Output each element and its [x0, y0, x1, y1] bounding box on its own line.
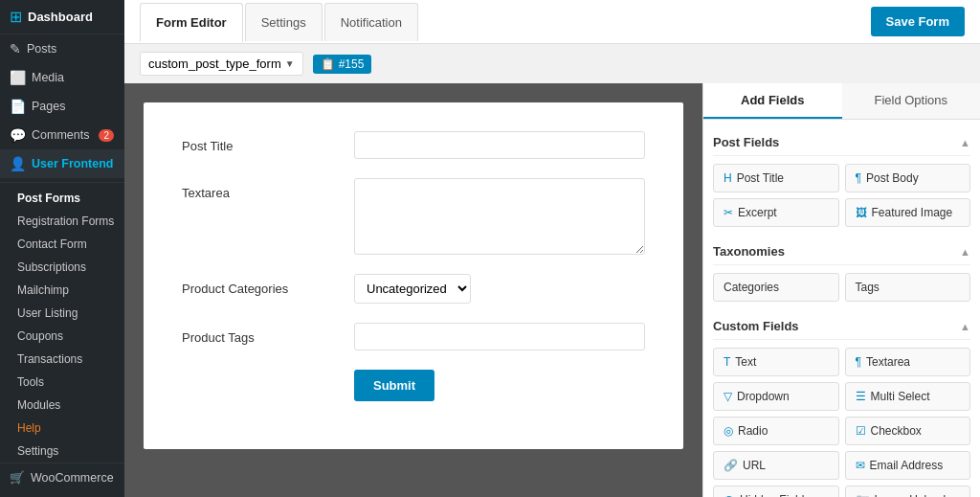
- tags-field-btn[interactable]: Tags: [845, 273, 971, 302]
- tab-form-editor[interactable]: Form Editor: [140, 3, 243, 42]
- sidebar-dashboard[interactable]: ⊞ Dashboard: [0, 0, 124, 34]
- media-icon: ⬜: [10, 70, 26, 85]
- sidebar-item-media[interactable]: ⬜ Media: [0, 63, 124, 92]
- sidebar-item-comments[interactable]: 💬 Comments 2: [0, 121, 124, 149]
- panel-tab-add-fields-label: Add Fields: [741, 93, 804, 107]
- sidebar-item-help[interactable]: Help: [0, 417, 124, 440]
- sidebar-item-pages[interactable]: 📄 Pages: [0, 92, 124, 121]
- post-fields-header: Post Fields ▲: [713, 129, 970, 156]
- panel-tab-add-fields[interactable]: Add Fields: [703, 83, 842, 119]
- tab-notification[interactable]: Notification: [324, 3, 418, 41]
- right-panel: Add Fields Field Options Post Fields ▲ H: [702, 83, 980, 497]
- sidebar-item-coupons[interactable]: Coupons: [0, 325, 124, 348]
- taxonomies-buttons: Categories Tags: [713, 273, 970, 302]
- text-btn-label: Text: [735, 355, 756, 369]
- textarea-input[interactable]: [354, 178, 645, 255]
- dashboard-label: Dashboard: [28, 10, 93, 24]
- taxonomies-chevron-icon: ▲: [960, 246, 970, 258]
- url-field-btn[interactable]: 🔗 URL: [713, 451, 839, 480]
- comments-label: Comments: [32, 128, 89, 142]
- sidebar-item-woocommerce[interactable]: 🛒 WooCommerce: [0, 463, 124, 491]
- post-title-btn-label: Post Title: [737, 171, 784, 185]
- radio-field-btn[interactable]: ◎ Radio: [713, 417, 839, 445]
- textarea-row: Textarea: [182, 178, 645, 255]
- tab-form-editor-label: Form Editor: [156, 15, 227, 30]
- panel-content: Post Fields ▲ H Post Title ¶ Post Body: [703, 120, 980, 497]
- multi-select-icon: ☰: [856, 390, 866, 403]
- pages-icon: 📄: [10, 99, 26, 114]
- textarea-icon: ¶: [856, 355, 861, 369]
- user-listing-label: User Listing: [17, 306, 78, 320]
- post-body-icon: ¶: [856, 171, 861, 185]
- sidebar-item-contact-form[interactable]: Contact Form: [0, 233, 124, 256]
- sub-bar: custom_post_type_form ▼ 📋 #155: [124, 44, 980, 83]
- post-title-field-btn[interactable]: H Post Title: [713, 164, 839, 192]
- multi-select-field-btn[interactable]: ☰ Multi Select: [845, 382, 971, 411]
- radio-btn-label: Radio: [738, 424, 768, 438]
- excerpt-field-btn[interactable]: ✂ Excerpt: [713, 198, 839, 227]
- dropdown-field-btn[interactable]: ▽ Dropdown: [713, 382, 839, 411]
- email-address-btn-label: Email Address: [870, 459, 944, 472]
- posts-icon: ✎: [10, 41, 21, 56]
- post-body-field-btn[interactable]: ¶ Post Body: [845, 164, 971, 192]
- sidebar-item-modules[interactable]: Modules: [0, 394, 124, 417]
- user-frontend-icon: 👤: [10, 156, 26, 171]
- sidebar-item-user-frontend[interactable]: 👤 User Frontend: [0, 149, 124, 178]
- form-selector[interactable]: custom_post_type_form ▼: [140, 52, 303, 76]
- sidebar-item-settings[interactable]: Settings: [0, 440, 124, 463]
- post-fields-buttons: H Post Title ¶ Post Body ✂ Excerpt 🖼: [713, 164, 970, 227]
- url-btn-label: URL: [743, 459, 766, 472]
- submit-row: Submit: [182, 370, 645, 401]
- email-icon: ✉: [856, 459, 865, 472]
- dashboard-icon: ⊞: [10, 8, 22, 26]
- categories-btn-label: Categories: [724, 281, 779, 294]
- sidebar-item-user-listing[interactable]: User Listing: [0, 302, 124, 325]
- categories-field-btn[interactable]: Categories: [713, 273, 839, 302]
- taxonomies-title: Taxonomies: [713, 244, 785, 259]
- main-content: Form Editor Settings Notification Save F…: [124, 0, 980, 497]
- sidebar-item-mailchimp[interactable]: Mailchimp: [0, 279, 124, 302]
- sidebar-item-tools[interactable]: Tools: [0, 371, 124, 394]
- post-fields-title: Post Fields: [713, 135, 779, 149]
- woocommerce-icon: 🛒: [10, 470, 25, 485]
- featured-image-field-btn[interactable]: 🖼 Featured Image: [845, 198, 971, 227]
- hidden-field-btn[interactable]: 👁 Hidden Field: [713, 486, 839, 497]
- textarea-field-btn[interactable]: ¶ Textarea: [845, 348, 971, 376]
- sidebar-item-subscriptions[interactable]: Subscriptions: [0, 256, 124, 279]
- custom-fields-chevron-icon: ▲: [960, 321, 970, 332]
- user-frontend-label: User Frontend: [32, 157, 113, 170]
- subscriptions-label: Subscriptions: [17, 260, 86, 274]
- text-field-btn[interactable]: T Text: [713, 348, 839, 376]
- product-tags-row: Product Tags: [182, 323, 645, 350]
- product-tags-input[interactable]: [354, 323, 645, 350]
- product-categories-select[interactable]: Uncategorized: [354, 274, 471, 304]
- product-categories-row: Product Categories Uncategorized: [182, 274, 645, 304]
- sidebar: ⊞ Dashboard ✎ Posts ⬜ Media 📄 Pages 💬 Co…: [0, 0, 124, 497]
- sidebar-item-post-forms[interactable]: Post Forms: [0, 187, 124, 210]
- sidebar-item-transactions[interactable]: Transactions: [0, 348, 124, 371]
- text-icon: T: [724, 355, 730, 369]
- form-id-text: #155: [339, 57, 365, 71]
- posts-label: Posts: [27, 42, 56, 56]
- tab-settings[interactable]: Settings: [245, 3, 323, 41]
- image-upload-field-btn[interactable]: 📷 Image Upload: [845, 486, 971, 497]
- hidden-field-btn-label: Hidden Field: [740, 493, 804, 497]
- submit-spacer: [182, 370, 335, 377]
- submit-button[interactable]: Submit: [354, 370, 434, 401]
- comments-icon: 💬: [10, 127, 26, 143]
- top-bar: Form Editor Settings Notification Save F…: [124, 0, 980, 44]
- custom-fields-section: Custom Fields ▲ T Text ¶ Textarea: [713, 313, 970, 497]
- email-address-field-btn[interactable]: ✉ Email Address: [845, 451, 971, 480]
- checkbox-field-btn[interactable]: ☑ Checkbox: [845, 417, 971, 445]
- panel-tab-field-options[interactable]: Field Options: [842, 83, 981, 119]
- excerpt-btn-label: Excerpt: [738, 206, 777, 219]
- form-id-icon: 📋: [321, 57, 335, 71]
- post-title-input[interactable]: [354, 131, 645, 159]
- sidebar-item-registration-forms[interactable]: Registration Forms: [0, 210, 124, 233]
- sidebar-item-products[interactable]: Products: [0, 491, 124, 497]
- save-button[interactable]: Save Form: [871, 7, 965, 36]
- image-upload-btn-label: Image Upload: [875, 493, 947, 497]
- transactions-label: Transactions: [17, 352, 82, 366]
- sidebar-item-posts[interactable]: ✎ Posts: [0, 34, 124, 63]
- multi-select-btn-label: Multi Select: [871, 390, 930, 403]
